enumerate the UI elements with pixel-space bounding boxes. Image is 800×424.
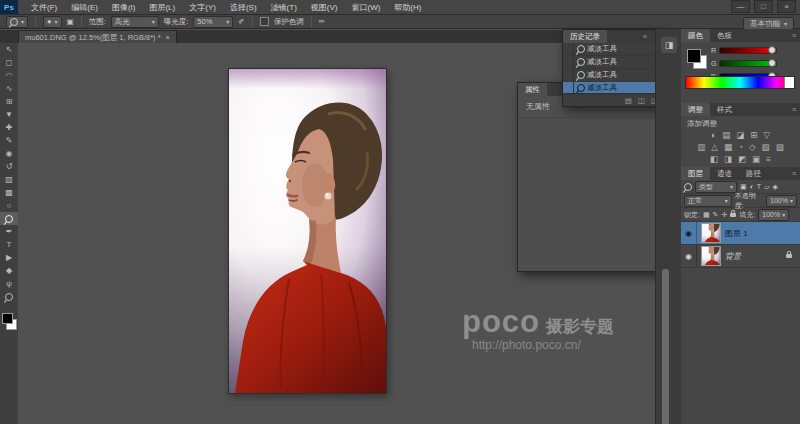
new-document-from-state-icon[interactable]: ▤ [625,96,632,105]
menu-window[interactable]: 窗口(W) [344,0,387,14]
menu-help[interactable]: 帮助(H) [387,0,428,14]
exposure-dropdown[interactable]: 50% ▾ [193,16,233,28]
adjustment-icon[interactable]: ▨ [776,142,784,152]
tab-layers[interactable]: 图层 [681,167,710,180]
fill-dropdown[interactable]: 100% ▾ [758,209,789,221]
range-dropdown[interactable]: 高光 ▾ [111,16,159,28]
tab-paths[interactable]: 路径 [739,167,768,180]
adjustment-icon[interactable]: △ [711,142,718,152]
tool-pen[interactable]: ✒ [0,225,18,238]
tool-dodge[interactable] [0,212,18,225]
adjustment-icon[interactable]: ▽ [763,130,770,140]
adjustment-icon[interactable]: ◐ [711,130,716,140]
color-spectrum-ramp[interactable] [685,76,795,89]
layer-thumbnail[interactable] [701,246,721,266]
layer-thumbnail[interactable] [701,223,721,243]
tool-eraser[interactable]: ▨ [0,173,18,186]
menu-image[interactable]: 图像(I) [105,0,143,14]
green-slider[interactable]: G [711,60,777,67]
brush-preset-icon[interactable]: ▣ [67,17,74,26]
filter-type-icon[interactable]: T [757,183,761,190]
tool-lasso[interactable]: ◠ [0,69,18,82]
adjustment-icon[interactable]: ▦ [724,142,732,152]
collapsed-panel-icon[interactable]: ◨ [661,37,677,53]
lock-move-icon[interactable]: ✛ [721,211,727,219]
visibility-eye-icon[interactable]: ◉ [681,245,697,267]
menu-layer[interactable]: 图层(L) [142,0,182,14]
tab-close-icon[interactable]: × [166,33,170,42]
dock-scrollbar[interactable] [662,269,669,424]
history-source-checkbox[interactable] [563,56,574,68]
tab-history[interactable]: 历史记录 [563,30,607,43]
panel-menu-icon[interactable]: ≡ [788,170,800,177]
document-image[interactable] [228,68,387,394]
tool-clone-stamp[interactable]: ◉ [0,147,18,160]
airbrush-icon[interactable]: ✐ [238,17,244,26]
menu-filter[interactable]: 滤镜(T) [264,0,304,14]
tool-brush[interactable]: ✎ [0,134,18,147]
panel-menu-icon[interactable]: ≡ [788,32,800,39]
tool-shape[interactable]: ◆ [0,264,18,277]
protect-tones-checkbox[interactable] [260,17,269,26]
adjustment-icon[interactable]: ≡ [766,154,771,164]
tool-history-brush[interactable]: ↺ [0,160,18,173]
adjustment-icon[interactable]: ▣ [752,154,760,164]
menu-view[interactable]: 视图(V) [304,0,345,14]
panel-menu-icon[interactable]: ≡ [788,106,800,113]
brush-size-picker[interactable]: ● ▾ [43,16,62,28]
tool-eyedropper[interactable]: ▼ [0,108,18,121]
tool-crop[interactable]: ⊞ [0,95,18,108]
adjustment-icon[interactable]: ◪ [736,130,744,140]
blend-mode-dropdown[interactable]: 正常 ▾ [684,195,732,207]
tab-channels[interactable]: 通道 [710,167,739,180]
foreground-color-swatch[interactable] [2,313,13,324]
tab-properties[interactable]: 属性 [518,83,547,96]
adjustment-icon[interactable]: ◔ [738,142,743,152]
tool-move[interactable]: ↖ [0,43,18,56]
red-slider[interactable]: R [711,47,777,54]
tab-swatches[interactable]: 色板 [710,29,739,42]
filter-shape-icon[interactable]: ▱ [764,183,769,191]
tool-preset-dropdown[interactable]: ▾ [6,16,28,28]
tool-path-select[interactable]: ▶ [0,251,18,264]
adjustment-icon[interactable]: ▧ [762,142,770,152]
adjustment-icon[interactable]: ▤ [722,130,730,140]
menu-type[interactable]: 文字(Y) [182,0,223,14]
foreground-color-swatch[interactable] [687,49,701,63]
tool-gradient[interactable]: ▩ [0,186,18,199]
lock-transparency-icon[interactable]: ▦ [703,211,710,219]
filter-type-dropdown[interactable]: 类型 ▾ [695,181,737,193]
opacity-dropdown[interactable]: 100% ▾ [766,195,797,207]
tool-hand[interactable]: ψ [0,277,18,290]
filter-adjustment-icon[interactable]: ◐ [750,183,754,190]
menu-file[interactable]: 文件(F) [24,0,64,14]
menu-edit[interactable]: 编辑(E) [64,0,105,14]
collapse-icon[interactable]: « [639,33,651,40]
history-state[interactable]: 减淡工具 [563,43,663,56]
adjustment-icon[interactable]: ▥ [697,142,705,152]
adjustment-icon[interactable]: ◩ [738,154,746,164]
tab-styles[interactable]: 样式 [710,103,739,116]
minimize-button[interactable]: — [731,0,750,13]
filter-smart-icon[interactable]: ◈ [773,183,778,191]
adjustment-icon[interactable]: ⊞ [750,130,757,140]
tool-type[interactable]: T [0,238,18,251]
menu-select[interactable]: 选择(S) [223,0,264,14]
layer-row-layer1[interactable]: ◉ 图层 1 [681,222,800,245]
history-state[interactable]: 减淡工具 [563,69,663,82]
lock-all-icon[interactable] [730,213,736,217]
visibility-eye-icon[interactable]: ◉ [681,222,697,244]
tool-healing-brush[interactable]: ✚ [0,121,18,134]
filter-pixel-icon[interactable]: ▣ [740,183,747,191]
adjustment-icon[interactable]: ◇ [749,142,756,152]
brush-panel-icon[interactable]: ✏ [319,17,325,26]
document-tab[interactable]: mu601.DNG @ 12.5%(图层 1, RGB/8*) * × [18,30,177,44]
tool-blur[interactable]: ○ [0,199,18,212]
tab-adjustments[interactable]: 调整 [681,103,710,116]
history-source-checkbox[interactable] [563,69,574,81]
layer-row-background[interactable]: ◉ 背景 [681,245,800,268]
close-button[interactable]: × [777,0,796,13]
tool-marquee[interactable]: ◻ [0,56,18,69]
restore-button[interactable]: □ [754,0,773,13]
adjustment-icon[interactable]: ◨ [724,154,732,164]
